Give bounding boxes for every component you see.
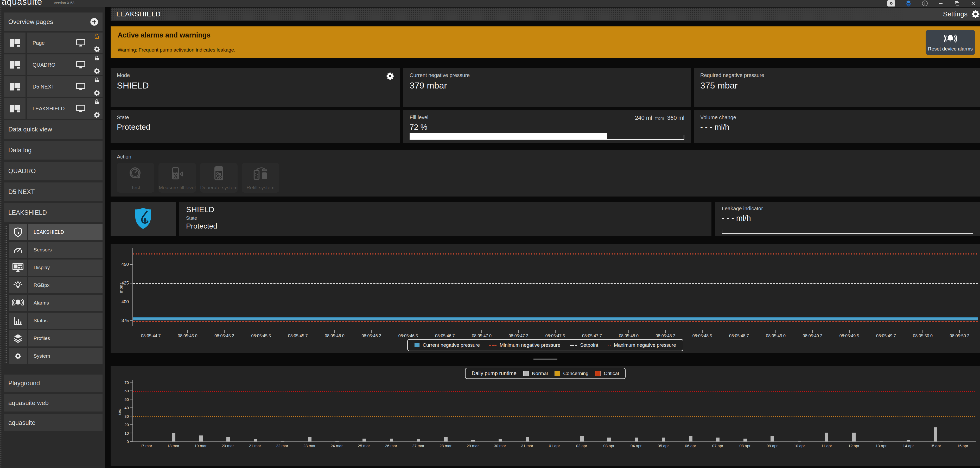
x-tick-label: 18.mar bbox=[160, 444, 187, 451]
info-icon[interactable] bbox=[922, 0, 928, 6]
page-name-tile[interactable]: D5 NEXT bbox=[27, 76, 103, 97]
bar-cell bbox=[732, 380, 759, 441]
chart-splitter-handle[interactable] bbox=[111, 355, 980, 361]
monitor-icon[interactable] bbox=[76, 105, 85, 113]
sidebar-item-system[interactable]: System bbox=[9, 348, 103, 364]
reset-device-alarms-button[interactable]: Reset device alarms bbox=[926, 30, 975, 55]
page-label: QUADRO bbox=[33, 62, 56, 68]
runtime-bar bbox=[308, 437, 312, 441]
sidebar-section-data-log[interactable]: Data log bbox=[4, 141, 103, 159]
bar-cell bbox=[623, 380, 650, 441]
sidebar-item-aquasuite[interactable]: aquasuite bbox=[4, 414, 103, 431]
x-tick-label: 26.mar bbox=[377, 444, 405, 451]
x-tick-label: 12.apr bbox=[840, 444, 868, 451]
legend-item: Critical bbox=[595, 371, 619, 376]
x-tick-label: 08:05:48.2 bbox=[655, 334, 675, 338]
sidebar-item-display[interactable]: Display bbox=[9, 259, 103, 275]
x-tick-label: 22.mar bbox=[269, 444, 296, 451]
sidebar-item-label: RGBpx bbox=[29, 277, 103, 293]
lock-closed-icon[interactable] bbox=[94, 77, 100, 83]
legend-swatch bbox=[523, 371, 529, 376]
legend-item: Minimum negative pressure bbox=[489, 342, 560, 348]
x-tick-label: 21.mar bbox=[241, 444, 269, 451]
x-tick-label: 08:05:46.2 bbox=[361, 334, 381, 338]
legend-label: Critical bbox=[604, 371, 619, 376]
shield-state-value: Protected bbox=[186, 222, 705, 230]
x-tick-label: 08:05:46.0 bbox=[325, 334, 345, 338]
x-tick-label: 08:05:49.7 bbox=[876, 334, 896, 338]
state-value: Protected bbox=[117, 123, 394, 131]
runtime-bar bbox=[716, 438, 719, 441]
x-tick bbox=[555, 330, 555, 333]
gear-icon[interactable] bbox=[94, 111, 100, 118]
x-tick-label: 08:05:48.5 bbox=[692, 334, 712, 338]
action-button-deaerate-system[interactable]: Deaerate system bbox=[200, 163, 238, 193]
sidebar-section-quadro[interactable]: QUADRO bbox=[4, 162, 103, 180]
page-name-tile[interactable]: QUADRO bbox=[27, 54, 103, 75]
y-tick-label: 375 bbox=[121, 318, 129, 323]
gauge-icon bbox=[9, 242, 27, 258]
sidebar-item-playground[interactable]: Playground bbox=[4, 374, 103, 392]
fill-level-detail: 240 ml from 360 ml bbox=[635, 115, 684, 121]
action-button-refill-system[interactable]: Refill system bbox=[242, 163, 279, 193]
sidebar-item-profiles[interactable]: Profiles bbox=[9, 330, 103, 347]
gear-icon[interactable] bbox=[94, 68, 100, 75]
page-name-tile[interactable]: Page bbox=[27, 33, 103, 53]
mode-label: Mode bbox=[117, 72, 394, 78]
runtime-bar bbox=[825, 433, 828, 441]
overview-page-row[interactable]: LEAKSHIELD bbox=[4, 98, 103, 119]
maximize-icon[interactable] bbox=[954, 0, 960, 6]
close-icon[interactable] bbox=[970, 0, 976, 6]
overview-page-row[interactable]: QUADRO bbox=[4, 54, 103, 75]
sidebar: Overview pages PageQUADROD5 NEXTLEAKSHIE… bbox=[0, 7, 105, 468]
gear-icon[interactable] bbox=[94, 46, 100, 53]
legend-label: Normal bbox=[532, 371, 548, 376]
screenshot-camera-icon[interactable] bbox=[887, 0, 895, 6]
bar-cell bbox=[487, 380, 514, 441]
action-button-test[interactable]: Test bbox=[117, 163, 154, 193]
lock-closed-icon[interactable] bbox=[94, 55, 100, 61]
overview-page-row[interactable]: Page bbox=[4, 33, 103, 53]
sidebar-item-leakshield[interactable]: LEAKSHIELD bbox=[9, 224, 103, 240]
fill-level-bar bbox=[410, 134, 684, 140]
sidebar-section-data-quick-view[interactable]: Data quick view bbox=[4, 120, 103, 139]
x-tick-label: 19.mar bbox=[187, 444, 214, 451]
main-content: LEAKSHIELD Settings Active alarms and wa… bbox=[111, 7, 980, 468]
layers-blue-icon[interactable] bbox=[905, 0, 912, 7]
lock-open-icon[interactable] bbox=[94, 33, 100, 40]
leakage-progress-track bbox=[722, 230, 973, 234]
x-tick bbox=[886, 330, 886, 333]
volume-change-label: Volume change bbox=[700, 115, 974, 121]
sidebar-section-leakshield[interactable]: LEAKSHIELD bbox=[4, 203, 103, 222]
legend-swatch bbox=[595, 371, 601, 376]
fill-level-panel: Fill level 72 % 240 ml from 360 ml bbox=[403, 110, 690, 143]
monitor-icon[interactable] bbox=[76, 83, 85, 91]
volume-change-panel: Volume change - - - ml/h bbox=[694, 110, 980, 143]
minimize-icon[interactable] bbox=[938, 0, 944, 6]
lock-closed-icon[interactable] bbox=[94, 99, 100, 105]
required-pressure-label: Required negative pressure bbox=[700, 72, 974, 78]
bar-cell bbox=[187, 380, 215, 441]
sidebar-item-status[interactable]: Status bbox=[9, 313, 103, 329]
sidebar-section-d5-next[interactable]: D5 NEXT bbox=[4, 183, 103, 201]
alarm-bell-icon bbox=[944, 33, 957, 44]
sidebar-item-rgbpx[interactable]: RGBpx bbox=[9, 277, 103, 293]
overview-page-row[interactable]: D5 NEXT bbox=[4, 76, 103, 97]
mode-gear-icon[interactable] bbox=[386, 72, 394, 80]
gear-icon[interactable] bbox=[94, 89, 100, 96]
add-page-icon[interactable] bbox=[90, 18, 99, 26]
sidebar-item-sensors[interactable]: Sensors bbox=[9, 242, 103, 258]
x-tick bbox=[298, 330, 298, 333]
sidebar-item-aquasuite-web[interactable]: aquasuite web bbox=[4, 394, 103, 412]
page-name-tile[interactable]: LEAKSHIELD bbox=[27, 98, 103, 119]
settings-button[interactable]: Settings bbox=[943, 10, 967, 18]
settings-gear-icon[interactable] bbox=[971, 10, 980, 19]
shield-row: SHIELD State Protected Leakage indicator… bbox=[111, 202, 980, 236]
monitor-icon[interactable] bbox=[76, 39, 85, 47]
runtime-bar bbox=[336, 441, 339, 441]
runtime-bar bbox=[635, 438, 638, 441]
sidebar-item-alarms[interactable]: Alarms bbox=[9, 295, 103, 311]
monitor-icon[interactable] bbox=[76, 61, 85, 69]
runtime-bar bbox=[254, 439, 257, 441]
action-button-measure-fill-level[interactable]: Measure fill level bbox=[159, 163, 196, 193]
